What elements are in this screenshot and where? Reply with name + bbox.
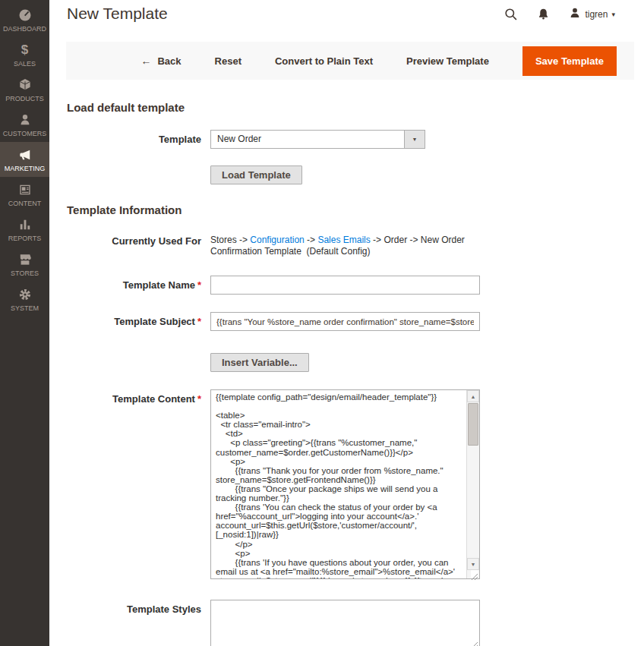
template-name-input[interactable]	[210, 276, 480, 295]
template-select[interactable]: New Order ▼	[210, 130, 425, 149]
sidebar-item-sales[interactable]: $ SALES	[0, 37, 49, 72]
sidebar-item-label: REPORTS	[8, 235, 41, 242]
sidebar-item-stores[interactable]: STORES	[0, 247, 49, 282]
sidebar-item-label: SALES	[14, 60, 36, 68]
template-styles-label: Template Styles	[67, 600, 210, 619]
stores-icon	[17, 252, 33, 267]
configuration-link[interactable]: Configuration	[250, 235, 304, 245]
convert-to-plain-text-button[interactable]: Convert to Plain Text	[275, 55, 373, 67]
back-arrow-icon: ←	[140, 55, 151, 67]
template-content-textarea[interactable]: {{template config_path="design/email/hea…	[210, 389, 480, 579]
notifications-bell-icon[interactable]	[537, 7, 550, 21]
textarea-scrollbar[interactable]: ▲ ▼	[466, 390, 479, 578]
admin-sidebar: DASHBOARD $ SALES PRODUCTS CUSTOMERS MAR…	[0, 0, 49, 646]
currently-used-for-value: Stores -> Configuration -> Sales Emails …	[210, 232, 491, 257]
resize-grip-icon[interactable]	[471, 638, 478, 646]
marketing-icon	[17, 147, 33, 162]
template-select-value: New Order	[211, 131, 404, 148]
reports-icon	[17, 217, 33, 232]
save-template-button[interactable]: Save Template	[522, 46, 617, 76]
template-subject-input[interactable]	[210, 312, 480, 331]
load-template-row: Load Template	[67, 165, 634, 184]
sidebar-item-label: CONTENT	[8, 200, 42, 207]
load-template-button[interactable]: Load Template	[210, 165, 302, 184]
preview-template-button[interactable]: Preview Template	[406, 55, 489, 67]
template-name-label: Template Name	[123, 279, 195, 291]
search-icon[interactable]	[504, 7, 518, 21]
template-form: Load default template Template New Order…	[49, 80, 644, 646]
sidebar-item-products[interactable]: PRODUCTS	[0, 72, 49, 107]
template-name-row: Template Name*	[67, 276, 634, 295]
sidebar-item-label: MARKETING	[5, 165, 46, 172]
user-menu[interactable]: tigren ▾	[569, 7, 615, 21]
insert-variable-row: Insert Variable...	[67, 353, 634, 372]
sidebar-item-label: PRODUCTS	[5, 95, 44, 102]
sidebar-item-system[interactable]: SYSTEM	[0, 282, 49, 317]
template-styles-textarea[interactable]	[210, 600, 480, 646]
sidebar-item-label: STORES	[11, 269, 39, 277]
dashboard-icon	[17, 8, 33, 23]
page-header: New Template tigren ▾	[49, 0, 644, 42]
action-toolbar: ← Back Reset Convert to Plain Text Previ…	[66, 42, 634, 80]
sidebar-item-label: DASHBOARD	[3, 25, 46, 33]
insert-variable-button[interactable]: Insert Variable...	[210, 353, 309, 372]
required-asterisk: *	[197, 279, 201, 291]
username: tigren	[585, 9, 608, 20]
template-content-label: Template Content	[112, 393, 195, 405]
template-subject-label: Template Subject	[114, 316, 195, 327]
page-title: New Template	[67, 5, 168, 23]
sales-icon: $	[21, 43, 28, 58]
currently-used-for-row: Currently Used For Stores -> Configurati…	[67, 232, 634, 257]
sidebar-item-customers[interactable]: CUSTOMERS	[0, 107, 49, 142]
resize-grip-icon[interactable]	[471, 570, 478, 578]
template-content-text[interactable]: {{template config_path="design/email/hea…	[211, 390, 466, 578]
load-default-template-heading: Load default template	[67, 101, 634, 114]
scroll-down-icon[interactable]: ▼	[467, 558, 479, 570]
chevron-down-icon: ▾	[611, 11, 615, 18]
sidebar-item-label: CUSTOMERS	[3, 130, 46, 137]
scrollbar-thumb[interactable]	[468, 403, 478, 446]
sidebar-item-content[interactable]: CONTENT	[0, 177, 49, 212]
back-button[interactable]: ← Back	[140, 55, 181, 67]
system-icon	[17, 287, 33, 302]
reset-button[interactable]: Reset	[215, 55, 242, 67]
template-select-label: Template	[67, 130, 210, 149]
required-asterisk: *	[197, 393, 201, 405]
template-select-row: Template New Order ▼	[67, 130, 634, 149]
header-actions: tigren ▾	[504, 7, 615, 21]
sidebar-item-marketing[interactable]: MARKETING	[0, 142, 49, 177]
scroll-up-icon[interactable]: ▲	[467, 390, 479, 402]
sidebar-item-reports[interactable]: REPORTS	[0, 212, 49, 247]
select-caret-icon[interactable]: ▼	[404, 131, 425, 148]
template-styles-row: Template Styles	[67, 600, 634, 646]
template-subject-row: Template Subject*	[67, 312, 634, 331]
customers-icon	[17, 112, 33, 128]
magento-admin-page: DASHBOARD $ SALES PRODUCTS CUSTOMERS MAR…	[0, 0, 644, 646]
content-icon	[17, 182, 33, 197]
products-icon	[17, 77, 33, 93]
sidebar-item-dashboard[interactable]: DASHBOARD	[0, 2, 49, 37]
sidebar-item-label: SYSTEM	[11, 304, 39, 312]
template-information-heading: Template Information	[67, 203, 634, 216]
required-asterisk: *	[197, 316, 201, 327]
template-content-row: Template Content* {{template config_path…	[67, 389, 634, 579]
sales-emails-link[interactable]: Sales Emails	[317, 235, 370, 245]
user-avatar-icon	[569, 7, 581, 21]
currently-used-for-label: Currently Used For	[67, 232, 210, 251]
